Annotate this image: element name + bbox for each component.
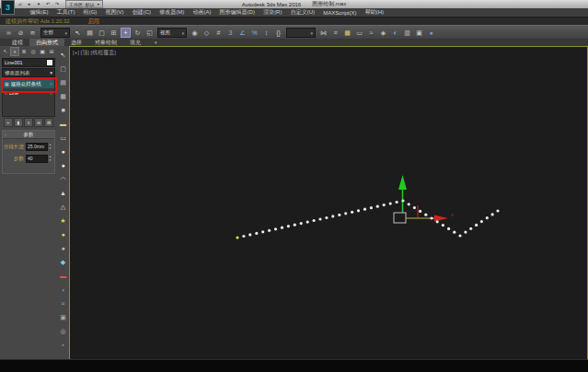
geosphere-icon[interactable]: ● (58, 158, 68, 172)
star-light-icon[interactable]: ★ (58, 214, 68, 227)
spline-vertex-dot[interactable] (436, 220, 439, 223)
ribbon-tab-3[interactable]: 选择 (64, 39, 88, 46)
mirror-icon[interactable]: ⋈ (318, 28, 329, 38)
create-tab[interactable]: ↖ (1, 47, 10, 56)
spline-vertex-dot[interactable] (242, 235, 245, 238)
spline-vertex-dot[interactable] (306, 221, 309, 224)
spline-vertex-dot[interactable] (357, 209, 360, 212)
spinner-snap-toggle-icon[interactable]: ↕ (261, 28, 271, 38)
spline-vertex-dot[interactable] (376, 205, 379, 208)
spline-vertex-dot[interactable] (287, 225, 290, 227)
material-editor-icon[interactable]: ◐ (390, 28, 400, 38)
capsule-icon[interactable]: ▬ (58, 269, 68, 283)
rollout-header[interactable]: - 参数 (3, 131, 54, 139)
camera-icon[interactable]: ▣ (58, 310, 68, 324)
select-and-link-icon[interactable]: ∞ (4, 28, 14, 38)
select-and-rotate-icon[interactable]: ↻ (133, 28, 143, 38)
param-value-field[interactable]: 25.0mm (26, 143, 48, 151)
gizmo-center-handle[interactable] (394, 213, 406, 223)
align-icon[interactable]: ≡ (330, 28, 340, 38)
spline-vertex-dot[interactable] (294, 224, 296, 227)
spinner-arrows[interactable]: ▲▼ (48, 144, 52, 150)
object-name-field[interactable]: Line001 (2, 58, 55, 67)
spline-vertex-dot[interactable] (424, 214, 427, 216)
motion-tab[interactable]: ◎ (29, 47, 38, 56)
stack-item-2[interactable]: ≈Line○ (3, 88, 54, 98)
menu-item-12[interactable]: 帮助(H) (361, 8, 388, 17)
open-folder-icon[interactable]: ▸ (26, 1, 33, 7)
omni-light-icon[interactable]: ● (58, 227, 68, 241)
hierarchy-tab[interactable]: ≣ (19, 47, 29, 56)
menu-item-4[interactable]: 视图(V) (101, 8, 128, 17)
spline-vertex-dot[interactable] (331, 215, 334, 217)
spline-vertex-dot[interactable] (401, 199, 404, 202)
display-tab[interactable]: ▣ (38, 47, 47, 56)
lightbulb-icon[interactable]: ○ (50, 81, 52, 87)
spline-vertex-dot[interactable] (469, 227, 472, 230)
selection-filter-dropdown[interactable]: 全部▾ (40, 28, 70, 38)
grid-icon[interactable]: ▦ (58, 89, 68, 103)
spline-vertex-dot[interactable] (486, 216, 489, 219)
save-icon[interactable]: ▾ (35, 1, 42, 7)
dot-icon[interactable]: ▪ (58, 338, 68, 352)
modify-tab[interactable]: ◖ (10, 47, 19, 56)
viewport-canvas[interactable]: x (70, 47, 588, 361)
spline-vertex-dot[interactable] (430, 216, 432, 219)
percent-snap-toggle-icon[interactable]: % (249, 28, 259, 38)
light2-icon[interactable]: ◎ (58, 324, 68, 338)
menu-item-9[interactable]: 渲染(R) (259, 8, 287, 17)
reference-coordinate-system-dropdown[interactable]: 视图▾ (157, 28, 187, 38)
spline-vertex-dot[interactable] (413, 206, 416, 209)
remove-modifier-button[interactable]: ⊖ (34, 118, 43, 127)
spline-vertex-dot[interactable] (408, 203, 410, 205)
spline-vertex-dot[interactable] (300, 222, 303, 225)
cone-icon[interactable]: ▲ (58, 186, 68, 200)
rectangular-selection-region-icon[interactable]: ▢ (97, 28, 107, 38)
dome-icon[interactable]: ◠ (58, 172, 68, 186)
panel-icon[interactable]: ▤ (58, 76, 68, 89)
stack-item-1[interactable]: ▦规格化样条线○ (3, 79, 54, 88)
spline-vertex-dot[interactable] (236, 236, 238, 238)
spline-vertex-dot[interactable] (274, 227, 277, 230)
spline-vertex-dot[interactable] (447, 227, 450, 230)
viewport[interactable]: [+] [顶] [线框覆盖] x (69, 46, 588, 360)
lightbulb-icon[interactable]: ○ (50, 90, 52, 96)
spline-vertex-dot[interactable] (248, 233, 251, 236)
use-pivot-point-center-icon[interactable]: ◉ (190, 28, 200, 38)
select-and-scale-icon[interactable]: ◱ (144, 28, 155, 38)
spline-vertex-dot[interactable] (325, 216, 328, 219)
keyboard-shortcut-override-icon[interactable]: # (213, 28, 224, 38)
spline-vertex-dot[interactable] (480, 220, 483, 223)
spline-vertex-dot[interactable] (370, 206, 373, 209)
graphite-ribbon-toggle-icon[interactable]: ▭ (354, 28, 364, 38)
ribbon-tab-1[interactable]: 建模 (6, 39, 29, 46)
utilities-tab[interactable]: ⊞ (47, 47, 56, 56)
spline-vertex-dot[interactable] (281, 227, 283, 229)
spline-vertex-dot[interactable] (464, 231, 467, 234)
menu-item-6[interactable]: 修改器(M) (156, 8, 189, 17)
pin-stack-button[interactable]: + (4, 118, 13, 127)
spline-vertex-dot[interactable] (396, 201, 398, 203)
layer-manager-icon[interactable]: ▦ (342, 28, 352, 38)
diamond-icon[interactable]: ◆ (58, 255, 68, 269)
gizmo-x-arrowhead[interactable] (434, 215, 448, 222)
configure-modifier-sets-button[interactable]: ⊞ (44, 118, 53, 127)
ribbon-tab-4[interactable]: 对象绘制 (88, 39, 123, 46)
max-logo-icon[interactable]: 3 (1, 0, 15, 15)
spline-vertex-dot[interactable] (318, 217, 321, 220)
menu-item-1[interactable]: 编辑(E) (26, 8, 52, 17)
select-and-manipulate-icon[interactable]: ◇ (202, 28, 212, 38)
plane-icon[interactable]: ▭ (58, 131, 68, 145)
workspace-dropdown[interactable]: 工作区: 默认▾ (65, 0, 103, 8)
window-crossing-toggle-icon[interactable]: ⊞ (109, 28, 119, 38)
select-and-move-icon[interactable]: + (121, 28, 131, 38)
new-file-icon[interactable]: ▱ (17, 1, 24, 7)
redo-icon[interactable]: ↷ (53, 1, 61, 7)
named-selection-sets-dropdown[interactable]: ▾ (286, 28, 316, 38)
spline-vertex-dot[interactable] (383, 203, 386, 206)
spline-vertex-dot[interactable] (344, 212, 347, 215)
select-object-icon[interactable]: ↖ (73, 28, 83, 38)
spline-icon[interactable]: ≈ (58, 296, 68, 310)
pyramid-icon[interactable]: △ (58, 200, 68, 214)
schematic-view-icon[interactable]: ◈ (378, 28, 388, 38)
